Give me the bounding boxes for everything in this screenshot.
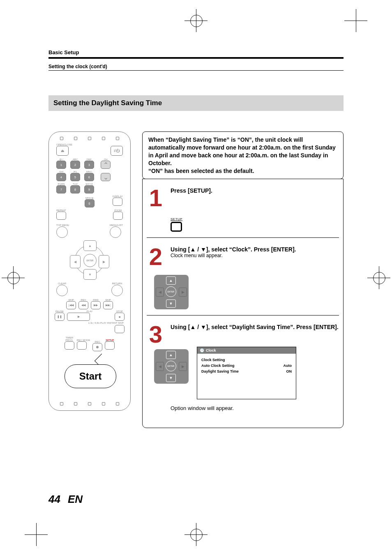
fwd-icon: ▶▶ xyxy=(91,301,101,309)
page-footer: 44EN xyxy=(48,493,83,506)
ch-up-icon: ⌃ xyxy=(101,161,111,169)
enter-button: ENTER xyxy=(83,254,97,267)
power-button: I/⏻ xyxy=(111,146,123,156)
play-icon: ▶ xyxy=(67,313,90,321)
osd-row-1-label: Auto Clock Setting xyxy=(201,364,235,368)
menulist-button xyxy=(110,226,121,238)
rev-icon: ◀◀ xyxy=(78,301,88,309)
timer-button xyxy=(65,341,74,350)
return-label: RETURN xyxy=(111,282,123,285)
eject-icon: ⏏ xyxy=(56,146,69,156)
remote-dpad: ▲▼◀▶ ENTER xyxy=(70,240,109,280)
return-button xyxy=(111,285,123,296)
osd-row-1-value: Auto xyxy=(284,364,292,368)
page-number: 44 xyxy=(48,493,60,505)
recmode-button xyxy=(77,341,87,350)
key-8: 8 xyxy=(70,185,80,193)
osd-row-2-value: ON xyxy=(286,369,292,373)
osd-row-0-label: Clock Setting xyxy=(201,358,225,362)
remote-open-close-label: OPEN/CLOSE xyxy=(56,143,72,146)
pause-icon: ❚❚ xyxy=(55,313,65,321)
key-1: 1 xyxy=(56,161,66,169)
step-3-number: 3 xyxy=(147,324,165,345)
corner-mark-tr xyxy=(344,9,367,32)
rec-button xyxy=(92,343,102,351)
corner-mark-bl xyxy=(25,523,48,546)
step-2-text: Using [▲ / ▼], select “Clock”. Press [EN… xyxy=(171,246,339,253)
repeat-button xyxy=(56,212,66,220)
topmenu-label: TOP MENU xyxy=(56,224,69,226)
key-4: 4 xyxy=(56,173,66,181)
key-6: 6 xyxy=(84,173,94,181)
play-hint: 1.3x / 0.8x PLAY INSTANT SKIP xyxy=(49,321,130,324)
header-section: Basic Setup xyxy=(48,49,344,55)
stop-icon: ■ xyxy=(115,313,125,321)
step-2-number: 2 xyxy=(147,246,165,267)
topmenu-button xyxy=(56,226,68,238)
display-button xyxy=(113,198,122,206)
step-3-footnote: Option window will appear. xyxy=(171,405,339,411)
zoom-button xyxy=(113,212,123,220)
key-7: 7 xyxy=(56,185,66,193)
crop-mark-top xyxy=(184,9,208,32)
step-1-text: Press [SETUP]. xyxy=(171,187,339,194)
step-3-text: Using [▲ / ▼], select “Daylight Saving T… xyxy=(171,324,339,330)
key-5: 5 xyxy=(70,173,80,181)
instant-skip-button xyxy=(115,325,125,333)
key-9: 9 xyxy=(84,185,94,193)
dpad-illustration-3: ▲▼◀▶ ENTER xyxy=(154,349,189,384)
skip-next-icon: ▶▶| xyxy=(103,301,113,309)
osd-row-2-label: Daylight Saving Time xyxy=(201,369,239,373)
step-1-number: 1 xyxy=(147,187,165,209)
section-title: Setting the Daylight Saving Time xyxy=(48,95,344,111)
page-lang: EN xyxy=(68,493,83,505)
key-3: 3 xyxy=(84,161,94,169)
crop-mark-right xyxy=(367,266,390,289)
remote-diagram: OPEN/CLOSE ⏏ I/⏻ @./1 ABC2 DEF3 CH⌃ xyxy=(48,131,131,411)
intro-text: When “Daylight Saving Time” is “ON”, the… xyxy=(142,131,344,179)
crop-mark-left xyxy=(2,266,25,289)
crop-mark-bottom xyxy=(184,523,208,546)
dpad-illustration-2: ▲▼◀▶ ENTER xyxy=(154,275,189,309)
start-callout: Start xyxy=(65,364,116,388)
key-2: 2 xyxy=(70,161,80,169)
key-0: 0 xyxy=(85,199,95,207)
osd-clock-menu: 🕑Clock Clock Setting Auto Clock SettingA… xyxy=(197,347,296,399)
menulist-label: MENU/LIST xyxy=(110,224,123,226)
skip-prev-icon: |◀◀ xyxy=(66,301,76,309)
osd-title: Clock xyxy=(206,348,216,352)
clear-label: CLEAR xyxy=(56,282,68,285)
ch-down-icon: ⌄ xyxy=(101,173,111,181)
clear-button xyxy=(56,285,68,296)
clock-icon: 🕑 xyxy=(200,348,204,352)
remote-setup-button xyxy=(105,341,115,350)
header-subsection: Setting the clock (cont'd) xyxy=(48,64,344,69)
step-2-sub: Clock menu will appear. xyxy=(171,253,339,258)
setup-button-illustration: SETUP xyxy=(171,217,339,232)
